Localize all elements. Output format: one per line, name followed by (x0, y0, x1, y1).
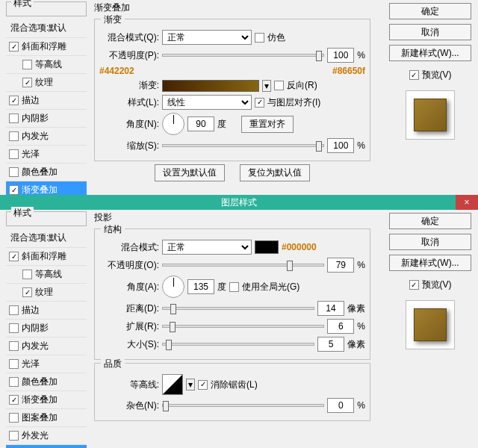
style-checkbox[interactable] (9, 252, 19, 261)
reset-align-button[interactable]: 重置对齐 (241, 116, 294, 133)
color-annotation: #000000 (282, 242, 317, 252)
style-item[interactable]: 外发光 (6, 427, 87, 445)
pct: % (357, 50, 365, 60)
ok-button[interactable]: 确定 (389, 213, 471, 229)
style-item[interactable]: 内发光 (6, 128, 87, 146)
opacity-input[interactable] (327, 48, 354, 63)
distance-slider[interactable] (162, 307, 314, 310)
opacity-input[interactable] (327, 258, 354, 273)
opacity-label: 不透明度(O): (99, 259, 159, 272)
preview-checkbox[interactable] (409, 70, 419, 80)
style-checkbox[interactable] (22, 287, 32, 297)
style-item[interactable]: 等高线 (6, 56, 87, 74)
contour-label: 等高线: (99, 379, 159, 391)
preview-label: 预览(V) (422, 279, 452, 291)
style-checkbox[interactable] (9, 167, 19, 177)
spread-slider[interactable] (162, 325, 324, 328)
size-slider[interactable] (162, 343, 314, 346)
style-checkbox[interactable] (9, 395, 19, 405)
blend-options[interactable]: 混合选项:默认 (6, 19, 87, 38)
size-input[interactable] (317, 337, 344, 352)
style-checkbox[interactable] (22, 78, 32, 87)
antialias-checkbox[interactable] (198, 380, 208, 390)
angle-input[interactable] (187, 279, 214, 294)
style-checkbox[interactable] (9, 42, 19, 52)
blend-mode-select[interactable]: 正常 (162, 240, 252, 255)
style-checkbox[interactable] (9, 359, 19, 369)
angle-dial[interactable] (162, 113, 184, 135)
style-checkbox[interactable] (9, 323, 19, 333)
style-checkbox[interactable] (9, 431, 19, 441)
style-item[interactable]: 等高线 (6, 266, 87, 284)
degree-label: 度 (217, 118, 226, 131)
distance-label: 距离(D): (99, 302, 159, 315)
style-item[interactable]: 渐变叠加 (6, 391, 87, 409)
style-item[interactable]: 图案叠加 (6, 409, 87, 427)
preview-checkbox[interactable] (409, 280, 419, 290)
blend-mode-label: 混合模式(Q): (99, 31, 159, 44)
style-checkbox[interactable] (9, 305, 19, 315)
style-checkbox[interactable] (9, 413, 19, 423)
styles-header: 样式 (11, 0, 34, 10)
style-item[interactable]: 纹理 (6, 284, 87, 302)
spread-input[interactable] (327, 319, 354, 334)
set-default-button[interactable]: 设置为默认值 (155, 164, 225, 181)
style-item[interactable]: 投影 (6, 445, 87, 448)
style-checkbox[interactable] (9, 113, 19, 123)
cancel-button[interactable]: 取消 (389, 24, 471, 40)
new-style-button[interactable]: 新建样式(W)... (389, 255, 471, 271)
opacity-slider[interactable] (162, 54, 324, 57)
global-light-checkbox[interactable] (229, 282, 239, 292)
opacity-slider[interactable] (162, 264, 324, 267)
noise-input[interactable] (327, 398, 354, 413)
style-item[interactable]: 内阴影 (6, 110, 87, 128)
dither-checkbox[interactable] (255, 33, 264, 43)
style-checkbox[interactable] (9, 185, 19, 195)
cancel-button[interactable]: 取消 (389, 234, 471, 250)
scale-label: 缩放(S): (99, 140, 159, 152)
style-item-label: 内阴影 (22, 322, 49, 335)
style-item[interactable]: 斜面和浮雕 (6, 248, 87, 266)
style-item[interactable]: 光泽 (6, 355, 87, 373)
style-item[interactable]: 斜面和浮雕 (6, 38, 87, 56)
noise-slider[interactable] (162, 404, 324, 407)
reset-default-button[interactable]: 复位为默认值 (240, 164, 310, 181)
ok-button[interactable]: 确定 (389, 3, 471, 19)
scale-input[interactable] (327, 138, 354, 153)
gradient-picker-icon[interactable]: ▾ (262, 80, 271, 92)
style-checkbox[interactable] (9, 149, 19, 159)
style-checkbox[interactable] (9, 96, 19, 105)
style-checkbox[interactable] (22, 270, 32, 279)
style-item[interactable]: 内阴影 (6, 320, 87, 337)
blend-options[interactable]: 混合选项:默认 (6, 228, 87, 248)
close-button[interactable]: × (456, 195, 478, 210)
style-item[interactable]: 描边 (6, 92, 87, 110)
style-item[interactable]: 光泽 (6, 146, 87, 164)
style-item[interactable]: 纹理 (6, 74, 87, 92)
color2-annotation: #86650f (332, 66, 365, 76)
style-item[interactable]: 颜色叠加 (6, 373, 87, 391)
style-checkbox[interactable] (9, 131, 19, 141)
size-label: 大小(S): (99, 338, 159, 351)
blend-mode-select[interactable]: 正常 (162, 30, 252, 45)
angle-dial[interactable] (162, 276, 184, 298)
align-checkbox[interactable] (255, 98, 264, 108)
shadow-color-swatch[interactable] (255, 240, 279, 254)
style-item-label: 颜色叠加 (22, 376, 58, 388)
style-checkbox[interactable] (9, 341, 19, 351)
new-style-button[interactable]: 新建样式(W)... (389, 45, 471, 61)
contour-dropdown-icon[interactable]: ▾ (186, 379, 195, 391)
style-checkbox[interactable] (9, 377, 19, 387)
style-item[interactable]: 颜色叠加 (6, 164, 87, 181)
distance-input[interactable] (317, 301, 344, 316)
style-select[interactable]: 线性 (162, 95, 252, 110)
scale-slider[interactable] (162, 144, 324, 147)
reverse-checkbox[interactable] (274, 81, 284, 90)
title-bar: 图层样式 × (0, 195, 478, 210)
style-checkbox[interactable] (22, 60, 32, 69)
style-item[interactable]: 内发光 (6, 337, 87, 355)
angle-input[interactable] (187, 116, 214, 131)
gradient-preview[interactable] (162, 80, 259, 92)
style-item[interactable]: 描边 (6, 302, 87, 320)
contour-picker[interactable] (162, 374, 183, 395)
